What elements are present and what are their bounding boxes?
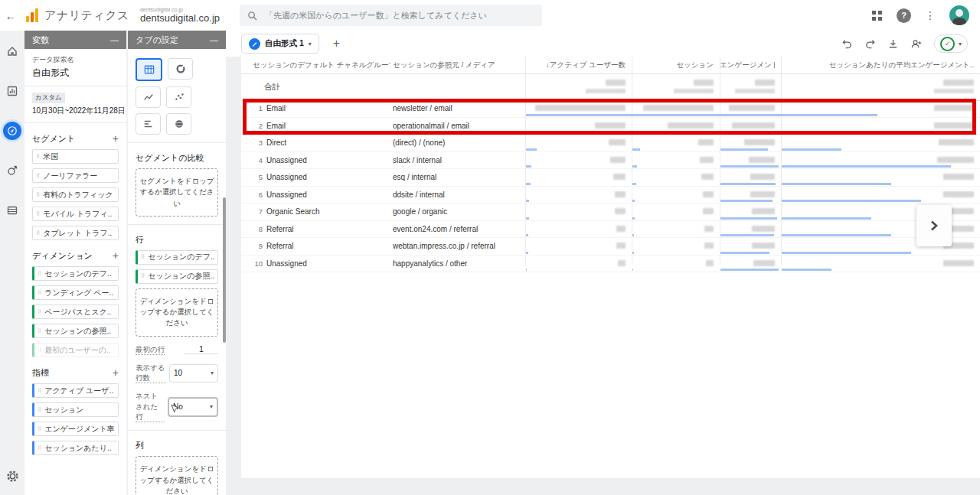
table-row[interactable]: 7 Organic Search google / organic <box>241 204 980 221</box>
start-row-input[interactable]: 1 <box>185 344 218 354</box>
chevron-right-icon <box>928 219 940 233</box>
dimension-chip[interactable]: ⠿ランディング ペー.. <box>32 285 119 300</box>
value-bar <box>782 114 877 116</box>
cell-engagement-rate <box>720 238 781 255</box>
nested-rows-label: ネストされた行 <box>136 391 165 422</box>
value-bar <box>632 269 633 271</box>
header-channel-group[interactable]: セッションのデフォルト チャネルグループ <box>253 57 390 73</box>
viz-scatter-button[interactable] <box>166 86 191 108</box>
exploration-name-value[interactable]: 自由形式 <box>32 67 119 80</box>
row-count-select[interactable]: 10▾ <box>169 364 218 383</box>
header-avg-engagement[interactable]: セッションあたりの平均エンゲージメント.. <box>781 57 974 73</box>
redo-icon[interactable] <box>864 38 876 50</box>
tab-freeform[interactable]: 自由形式 1 ▾ <box>241 34 319 54</box>
search-bar[interactable] <box>240 5 542 26</box>
nested-rows-select[interactable]: No▾ <box>168 397 218 417</box>
cell-avg-engagement <box>781 118 980 135</box>
value-bar <box>720 269 779 271</box>
segment-chip[interactable]: ⠿ノーリファラー <box>32 168 119 183</box>
metric-chip[interactable]: ⠿セッション <box>32 402 119 417</box>
table-row[interactable]: 3 Direct (direct) / (none) <box>241 135 980 152</box>
status-ok-menu[interactable]: ✓ ▾ <box>934 34 968 53</box>
value-bar <box>720 234 774 236</box>
row-source: event.on24.com / referral <box>393 221 478 238</box>
segment-chip[interactable]: ⠿タブレット トラフ.. <box>32 226 119 240</box>
apps-grid-icon[interactable] <box>871 10 883 21</box>
value-bar <box>632 114 720 116</box>
segment-chip[interactable]: ⠿米国 <box>32 149 119 164</box>
cell-engagement-rate <box>720 187 781 204</box>
metric-chip[interactable]: ⠿エンゲージメント率 <box>32 422 119 436</box>
metric-chip[interactable]: ⠿アクティブ ユーザ.. <box>32 383 119 398</box>
viz-geo-button[interactable] <box>166 113 191 135</box>
dimension-chip[interactable]: ⠿ページパスとスク.. <box>32 304 119 319</box>
row-source: esq / internal <box>393 169 436 186</box>
column-dimension-drop-zone[interactable]: ディメンションをドロップするか選択してください <box>136 456 218 495</box>
tab-settings-panel: タブの設定 — セグメントの比較 セグメントをドロップする <box>128 31 226 495</box>
table-row[interactable]: 5 Unassigned esq / internal <box>241 169 980 187</box>
table-row[interactable]: 1 Email newsletter / email <box>241 100 980 118</box>
advertising-icon[interactable] <box>2 161 22 181</box>
panel-scrollbar[interactable] <box>223 197 226 343</box>
date-range-selector[interactable]: 10月30日~2022年11月28日 ▾ <box>32 106 119 116</box>
more-options-icon[interactable]: ⋮ <box>925 10 936 21</box>
row-rank: 5 <box>241 169 263 186</box>
dimension-chip[interactable]: ⠿セッションのデフ.. <box>32 266 119 281</box>
settings-gear-icon[interactable] <box>2 466 22 486</box>
metric-chip[interactable]: ⠿セッションあたり.. <box>32 441 119 455</box>
table-row[interactable]: 6 Unassigned ddsite / internal <box>241 187 980 204</box>
redacted-total-value <box>694 80 714 86</box>
value-bar <box>632 252 634 254</box>
explore-icon-active[interactable] <box>2 121 22 141</box>
row-channel: Email <box>266 100 286 117</box>
row-dimension-drop-zone[interactable]: ディメンションをドロップするか選択してください <box>136 288 218 337</box>
value-bar <box>632 200 635 202</box>
reports-icon[interactable] <box>2 81 22 101</box>
download-icon[interactable] <box>887 38 899 50</box>
row-dimension-chip[interactable]: ⠿セッションの参照.. <box>136 269 218 284</box>
account-switcher[interactable]: dentsudigital.co.jp dentsudigital.co.jp <box>140 7 220 24</box>
segment-drop-zone[interactable]: セグメントをドロップするか選択してください <box>136 168 218 217</box>
add-dimension-button[interactable]: + <box>113 249 119 262</box>
undo-icon[interactable] <box>841 38 853 50</box>
header-sessions[interactable]: セッション <box>632 57 714 73</box>
cell-sessions <box>632 118 720 135</box>
avatar[interactable] <box>949 5 969 25</box>
search-input[interactable] <box>263 10 534 21</box>
viz-donut-button[interactable] <box>168 58 193 80</box>
header-engagement-rate[interactable]: エンゲージメント率 <box>720 57 775 73</box>
collapse-variables-button[interactable]: — <box>110 35 119 44</box>
cell-engagement-rate <box>720 221 781 238</box>
table-row[interactable]: 9 Referral webtan.impress.co.jp / referr… <box>241 238 980 256</box>
header-active-users[interactable]: ↓アクティブ ユーザー数 <box>525 57 626 73</box>
cell-sessions <box>632 100 720 117</box>
table-row[interactable]: 10 Unassigned happyanalytics / other <box>241 256 980 273</box>
collapse-tab-settings-button[interactable]: — <box>210 35 218 44</box>
table-row[interactable]: 8 Referral event.on24.com / referral <box>241 221 980 239</box>
cell-sessions <box>632 204 720 220</box>
back-button[interactable]: ← <box>0 9 21 22</box>
help-icon[interactable]: ? <box>897 8 911 23</box>
row-dimension-chip[interactable]: ⠿セッションのデフ.. <box>136 250 218 265</box>
dimension-chip[interactable]: ⠿最初のユーザーの.. <box>32 343 119 357</box>
value-bar <box>720 148 768 151</box>
chevron-overlay-card[interactable] <box>916 205 952 246</box>
dimension-chip[interactable]: ⠿セッションの参照.. <box>32 324 119 338</box>
share-user-icon[interactable] <box>910 38 923 50</box>
add-tab-button[interactable]: + <box>333 37 340 50</box>
viz-table-button[interactable] <box>136 58 162 81</box>
viz-bar-button[interactable] <box>136 113 161 135</box>
cell-sessions <box>632 221 720 238</box>
drag-handle-icon: ⠿ <box>38 290 41 296</box>
viz-line-button[interactable] <box>136 86 161 108</box>
home-icon[interactable] <box>2 41 22 61</box>
segment-chip[interactable]: ⠿モバイル トラフィ.. <box>32 207 119 221</box>
table-row[interactable]: 2 Email operationalmail / email <box>241 118 980 135</box>
segment-chip[interactable]: ⠿有料のトラフィック <box>32 187 119 202</box>
add-metric-button[interactable]: + <box>113 366 119 379</box>
add-segment-button[interactable]: + <box>113 132 119 145</box>
header-source-medium[interactable]: セッションの参照元 / メディア <box>393 57 523 73</box>
table-row[interactable]: 4 Unassigned slack / internal <box>241 152 980 170</box>
value-bar <box>782 200 921 202</box>
library-icon[interactable] <box>2 200 22 220</box>
